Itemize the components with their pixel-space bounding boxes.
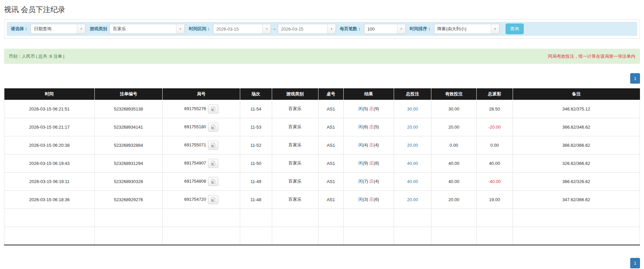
cell-table-number	[318, 227, 344, 245]
result-banker-label: 庄	[369, 142, 374, 147]
video-file-icon	[211, 197, 216, 202]
records-tbody: 2026-03-15 06:21:51523268935138691755276…	[4, 100, 640, 245]
cell-payout: 27.50	[476, 227, 513, 245]
query-type-label: 请选择：	[11, 26, 28, 32]
date-to-picker[interactable]: 2026-03-15 ▼	[278, 24, 336, 34]
sort-order-value: 降冪(由大到小)	[434, 24, 491, 34]
chevron-down-icon[interactable]: ▼	[77, 24, 85, 34]
round-number-text: 691755180	[184, 124, 206, 129]
page-size-label: 每页笔数：	[340, 26, 362, 32]
cell-game-type: 百家乐	[272, 172, 318, 190]
cell-result: 闲(3) 庄(6)	[344, 190, 394, 209]
query-type-select[interactable]: 日期查询 ▼	[31, 24, 86, 34]
result-banker-label: 庄	[369, 161, 374, 166]
header-payout: 总派彩	[476, 88, 513, 100]
total-bet-link[interactable]: 40.00	[407, 161, 418, 166]
result-banker-score: (9)	[374, 106, 379, 111]
total-bet-link[interactable]: 20.00	[407, 125, 418, 130]
video-replay-button[interactable]	[208, 141, 218, 150]
game-type-select[interactable]: 百家乐 ▼	[110, 24, 185, 34]
result-player-label: 闲	[358, 142, 363, 147]
page-content: 视讯 会员下注纪录 请选择： 日期查询 ▼ 游戏类别 百家乐 ▼ 时间区间： 2…	[0, 5, 644, 268]
total-bet-link[interactable]: 40.00	[407, 179, 418, 184]
cell-payout: 27.50	[476, 209, 513, 227]
search-button[interactable]: 查询	[506, 24, 524, 34]
cell-game-type: 百家乐	[272, 100, 318, 118]
table-row: 2026-03-15 06:21:17523268934141691755180…	[4, 118, 640, 136]
cell-table-number	[318, 209, 344, 227]
cell-remark: 326.62/366.62	[513, 154, 640, 172]
total-bet-link[interactable]: 20.00	[407, 197, 418, 202]
sort-order-select[interactable]: 降冪(由大到小) ▼	[434, 24, 500, 34]
page-size-value: 100	[364, 24, 397, 34]
chevron-down-icon[interactable]: ▼	[327, 24, 336, 34]
pagination-bottom: 1	[4, 258, 640, 268]
cell-result: 闲(5) 庄(9)	[344, 100, 394, 118]
chevron-down-icon[interactable]: ▼	[397, 24, 405, 34]
cell-payout: 0.00	[476, 136, 513, 154]
cell-valid-bet: 40.00	[431, 172, 476, 190]
header-valid-bet: 有效投注	[431, 88, 476, 100]
cell-valid-bet: 20.00	[431, 190, 476, 209]
range-separator: ~	[273, 27, 276, 32]
result-player-label: 闲	[358, 197, 363, 202]
time-range-label: 时间区间：	[189, 26, 211, 32]
header-total-bet: 总投注	[394, 88, 431, 100]
cell-bet-number: 523268934141	[94, 118, 162, 136]
video-replay-button[interactable]	[208, 177, 218, 186]
video-replay-button[interactable]	[208, 123, 218, 132]
video-replay-button[interactable]	[208, 159, 218, 168]
total-bet-link[interactable]: 30.00	[407, 106, 418, 111]
cell-payout: 40.00	[476, 154, 513, 172]
chevron-down-icon[interactable]: ▼	[491, 24, 499, 34]
video-replay-button[interactable]	[208, 104, 218, 114]
cell-time: 2026-03-15 06:18:36	[4, 190, 95, 209]
cell-game-type	[272, 209, 318, 227]
pagination-top: 1	[4, 73, 640, 84]
cell-valid-bet: 150.00	[431, 227, 476, 245]
cell-total-bet: 20.00	[394, 118, 431, 136]
table-header-row: 时间 注单编号 局号 场次 游戏类别 桌号 结果 总投注 有效投注 总派彩 备注	[4, 88, 640, 100]
cell-result	[344, 209, 394, 227]
subtotal-row: 小计6170.00150.0027.50	[4, 209, 640, 227]
cell-valid-bet: 20.00	[431, 118, 476, 136]
cell-game-type	[272, 227, 318, 245]
video-file-icon	[211, 179, 216, 184]
cell-bet-number: 523268931294	[94, 154, 162, 172]
notice-text: 同局有效投注，统一计算在该局第一张注单内	[548, 53, 635, 59]
page-size-select[interactable]: 100 ▼	[364, 24, 406, 34]
result-banker-score: (6)	[374, 197, 379, 202]
cell-total-bet: 20.00	[394, 190, 431, 209]
result-player-score: (3)	[363, 197, 370, 202]
result-player-label: 闲	[358, 161, 363, 166]
total-bet-link[interactable]: 20.00	[407, 143, 418, 148]
header-round-number: 局号	[163, 88, 240, 100]
date-from-picker[interactable]: 2026-03-15 ▼	[213, 24, 271, 34]
cell-time: 2026-03-15 06:20:38	[4, 136, 95, 154]
table-row: 2026-03-15 06:19:43523268931294691754907…	[4, 154, 640, 172]
cell-total-bet: 170.00	[394, 227, 431, 245]
date-to-value: 2026-03-15	[278, 24, 327, 34]
video-file-icon	[211, 106, 216, 111]
cell-payout: 19.00	[476, 190, 513, 209]
cell-label: 总计	[4, 227, 95, 245]
cell-game-type: 百家乐	[272, 154, 318, 172]
cell-round-number: 691754720	[163, 190, 240, 209]
cell-bet-number: 523268935138	[94, 100, 162, 118]
chevron-down-icon[interactable]: ▼	[176, 24, 184, 34]
video-replay-button[interactable]	[208, 195, 218, 204]
header-table-number: 桌号	[318, 88, 344, 100]
cell-time: 2026-03-15 06:21:17	[4, 118, 95, 136]
cell-round-number	[163, 209, 240, 227]
cell-valid-bet: 150.00	[431, 209, 476, 227]
result-banker-score: (4)	[374, 179, 379, 184]
video-file-icon	[211, 161, 216, 166]
header-remark: 备注	[513, 88, 640, 100]
cell-time: 2026-03-15 06:19:43	[4, 154, 95, 172]
chevron-down-icon[interactable]: ▼	[262, 24, 271, 34]
pagination-page-button[interactable]: 1	[630, 73, 640, 84]
table-row: 2026-03-15 06:19:11523268930326691754808…	[4, 172, 640, 190]
cell-session: 11-48	[240, 190, 272, 209]
pagination-page-button[interactable]: 1	[630, 258, 640, 268]
currency-summary-text: 币别：人民币 | 总共 :6 注单 |	[9, 53, 65, 59]
